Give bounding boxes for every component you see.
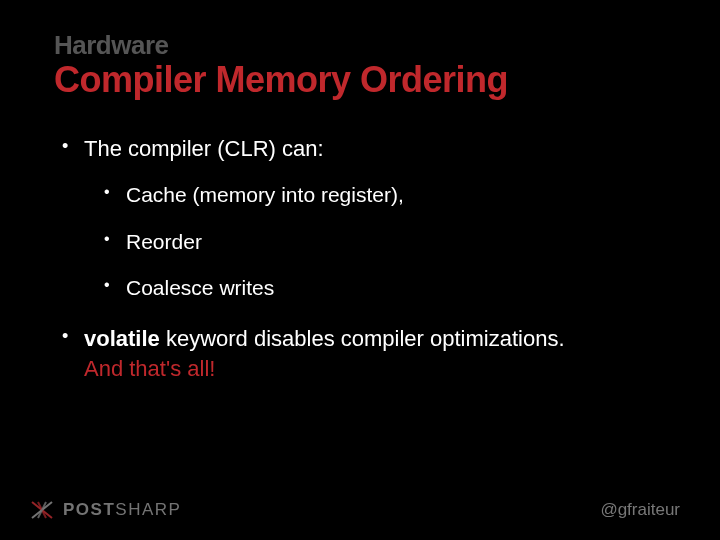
bullet-text: keyword disables compiler optimizations. bbox=[160, 326, 565, 351]
sub-bullet-list: Cache (memory into register), Reorder Co… bbox=[84, 181, 666, 302]
eyebrow-text: Hardware bbox=[54, 32, 666, 58]
bullet-text: The compiler (CLR) can: bbox=[84, 136, 324, 161]
keyword-volatile: volatile bbox=[84, 326, 160, 351]
twitter-handle: @gfraiteur bbox=[600, 500, 680, 520]
sub-bullet-item: Reorder bbox=[102, 228, 666, 256]
sub-bullet-item: Coalesce writes bbox=[102, 274, 666, 302]
slide-footer: POSTSHARP @gfraiteur bbox=[0, 500, 720, 520]
bullet-item: The compiler (CLR) can: Cache (memory in… bbox=[60, 134, 666, 303]
logo-text: POSTSHARP bbox=[63, 500, 181, 520]
postsharp-logo: POSTSHARP bbox=[30, 500, 181, 520]
logo-text-bold: POST bbox=[63, 500, 115, 519]
sub-bullet-item: Cache (memory into register), bbox=[102, 181, 666, 209]
warning-text: And that's all! bbox=[84, 356, 215, 381]
bullet-item: volatile keyword disables compiler optim… bbox=[60, 324, 666, 383]
bullet-list: The compiler (CLR) can: Cache (memory in… bbox=[54, 134, 666, 384]
slide-title: Compiler Memory Ordering bbox=[54, 60, 666, 100]
logo-text-thin: SHARP bbox=[115, 500, 181, 519]
slide: Hardware Compiler Memory Ordering The co… bbox=[0, 0, 720, 540]
logo-icon bbox=[30, 500, 54, 520]
